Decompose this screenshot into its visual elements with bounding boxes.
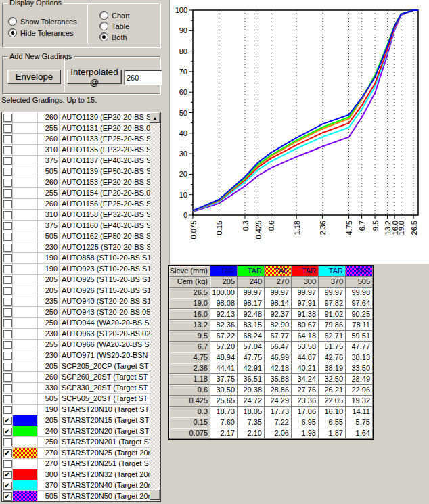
grading-row[interactable]: 310 AUTO1135 (EP32-20-BS S10 <box>2 145 150 156</box>
passing-value-cell: 99.97 <box>238 288 265 298</box>
grading-row[interactable]: 505 AUTO1162 (EP50-20-BS S12 <box>2 231 150 242</box>
interpolated-value-input[interactable]: 260 <box>124 70 162 85</box>
grading-checkbox[interactable] <box>3 406 12 414</box>
grading-row[interactable]: 230 AUTO971 (WS20-20-BSN S1 <box>2 350 150 361</box>
grading-color-swatch <box>13 448 38 458</box>
passing-value-cell: 19.32 <box>346 396 373 407</box>
grading-checkbox[interactable] <box>3 384 12 392</box>
grading-row[interactable]: ✔ 240 STARST20N20 (Target ST 2 <box>2 426 150 437</box>
grading-row[interactable]: 250 AUTO943 (ST20-20-BS.05 S <box>2 307 150 318</box>
grading-color-swatch <box>13 318 38 328</box>
grading-row[interactable]: 260 AUTO1153 (EP20-20-BS S12 <box>2 177 150 188</box>
passing-value-cell: 27.76 <box>292 385 319 396</box>
grading-checkbox[interactable] <box>3 200 12 208</box>
grading-checkbox[interactable] <box>3 352 12 360</box>
grading-checkbox[interactable] <box>3 265 12 273</box>
grading-checkbox[interactable]: ✔ <box>3 449 12 457</box>
grading-checkbox[interactable] <box>3 373 12 382</box>
grading-checkbox[interactable] <box>3 341 12 349</box>
grading-checkbox[interactable] <box>3 135 12 143</box>
grading-row[interactable]: 375 AUTO1137 (EP40-20-BS S10 <box>2 156 150 166</box>
grading-checkbox[interactable]: ✔ <box>3 482 12 490</box>
grading-checkbox[interactable] <box>3 146 12 154</box>
grading-checkbox[interactable] <box>3 298 12 306</box>
passing-value-cell: 99.97 <box>292 288 319 298</box>
grading-checkbox[interactable] <box>3 222 12 230</box>
grading-row[interactable]: 260 SCP260_20ST (Target ST 2 <box>2 372 150 383</box>
grading-row[interactable]: 190 AUTO923 (ST10-20-BS S12- <box>2 264 150 275</box>
grading-color-swatch <box>13 372 38 382</box>
grading-row[interactable]: 255 AUTO1131 (EP20-20-BS.02 <box>2 123 150 134</box>
grading-row[interactable]: 205 AUTO925 (ST15-20-BS S10- <box>2 275 150 285</box>
grading-checkbox[interactable]: ✔ <box>3 471 12 479</box>
grading-row[interactable]: 255 AUTO1154 (EP20-20-BS.02 <box>2 188 150 199</box>
passing-value-cell: 97.91 <box>292 298 319 309</box>
grading-checkbox[interactable] <box>3 287 12 295</box>
grading-checkbox[interactable] <box>3 189 12 198</box>
grading-checkbox-cell <box>2 134 13 144</box>
list-scrollbar[interactable]: ▲ <box>150 112 160 501</box>
grading-row[interactable]: 260 AUTO1133 (EP25-20-BS S10 <box>2 134 150 145</box>
hide-tolerances-radio[interactable] <box>8 28 17 37</box>
both-radio[interactable] <box>99 32 108 41</box>
grading-checkbox[interactable] <box>3 244 12 252</box>
grading-checkbox[interactable] <box>3 330 12 338</box>
grading-row[interactable]: 255 AUTO966 (WA20-20-BS S12 <box>2 340 150 350</box>
grading-checkbox[interactable] <box>3 395 12 403</box>
grading-row[interactable]: 205 AUTO926 (ST15-20-BS S12- <box>2 285 150 296</box>
grading-row[interactable]: 270 STARST20N251 (Target ST <box>2 459 150 469</box>
grading-checkbox[interactable]: ✔ <box>3 492 12 501</box>
scroll-up-button[interactable]: ▲ <box>150 112 160 123</box>
grading-checkbox[interactable] <box>3 124 12 133</box>
grading-checkbox[interactable]: ✔ <box>3 417 12 425</box>
grading-row[interactable]: 190 AUTO858 (ST10-20-BS S10- <box>2 253 150 264</box>
grading-checkbox[interactable]: ✔ <box>3 428 12 436</box>
grading-row[interactable]: 190 STARST20N10 (Target ST 2 <box>2 405 150 415</box>
grading-checkbox[interactable] <box>3 276 12 284</box>
table-radio[interactable] <box>99 22 108 30</box>
grading-row[interactable]: 250 AUTO944 (WA20-20-BS S10 <box>2 318 150 329</box>
grading-checkbox[interactable] <box>3 157 12 165</box>
grading-checkbox[interactable] <box>3 168 12 176</box>
sieve-results-table: Sieve (mm)TARTARTARTARTARTAR Cem (kg)205… <box>168 265 374 440</box>
grading-row[interactable]: 235 AUTO940 (ST20-20-BS S10- <box>2 296 150 307</box>
grading-checkbox[interactable] <box>3 233 12 241</box>
scrollbar-thumb[interactable] <box>150 489 160 500</box>
grading-checkbox[interactable] <box>3 363 12 371</box>
grading-row[interactable]: ✔ 505 STARST20N50 (Target 20m <box>2 491 150 502</box>
grading-row[interactable]: 310 AUTO1158 (EP32-20-BS S12 <box>2 210 150 221</box>
grading-checkbox[interactable] <box>3 438 12 446</box>
grading-row[interactable]: 260 AUTO1130 (EP20-20-BS S10 <box>2 112 150 123</box>
passing-value-cell: 91.02 <box>319 309 346 320</box>
grading-row[interactable]: 250 STARST20N201 (Target ST <box>2 437 150 448</box>
grading-row[interactable]: ✔ 370 STARST20N40 (Target 20m <box>2 480 150 491</box>
chart-radio[interactable] <box>99 11 108 20</box>
grading-checkbox[interactable] <box>3 460 12 468</box>
grading-row[interactable]: 260 AUTO1156 (EP25-20-BS S12 <box>2 199 150 210</box>
grading-row[interactable]: 505 SCP505_20ST (Target ST 2 <box>2 394 150 405</box>
envelope-button[interactable]: Envelope <box>7 70 61 84</box>
grading-checkbox[interactable] <box>3 254 12 262</box>
grading-row[interactable]: 330 SCP330_20ST (Target ST 2 <box>2 383 150 394</box>
grading-row[interactable]: ✔ 205 STARST20N15 (Target ST 2 <box>2 415 150 426</box>
grading-row[interactable]: ✔ 270 STARST20N25 (Target 20m <box>2 448 150 459</box>
grading-cem-value: 250 <box>38 307 60 317</box>
grading-checkbox[interactable] <box>3 211 12 219</box>
grading-checkbox[interactable] <box>3 179 12 187</box>
grading-row[interactable]: 505 AUTO1139 (EP50-20-BS S10 <box>2 166 150 177</box>
grading-checkbox[interactable] <box>3 114 12 122</box>
grading-row[interactable]: 230 AUTO963 (ST20-20-BS.02 S <box>2 329 150 340</box>
grading-checkbox-cell <box>2 166 13 177</box>
interpolated-button[interactable]: Interpolated @ <box>67 70 122 84</box>
grading-row[interactable]: 230 AUTO1225 (ST20-20-BS S12 <box>2 242 150 253</box>
grading-checkbox-cell: ✔ <box>2 448 13 458</box>
grading-checkbox[interactable] <box>3 319 12 327</box>
grading-name: AUTO923 (ST10-20-BS S12- <box>60 264 150 274</box>
grading-checkbox-cell <box>2 394 13 404</box>
grading-row[interactable]: 375 AUTO1160 (EP40-20-BS S12 <box>2 221 150 231</box>
grading-checkbox[interactable] <box>3 308 12 317</box>
grading-row[interactable]: 205 SCP205_20CP (Target ST 2 <box>2 361 150 372</box>
x-tick-label: 4.75 <box>345 221 353 235</box>
show-tolerances-radio[interactable] <box>8 17 17 26</box>
grading-row[interactable]: ✔ 300 STARST20N32 (Target 20m <box>2 469 150 480</box>
